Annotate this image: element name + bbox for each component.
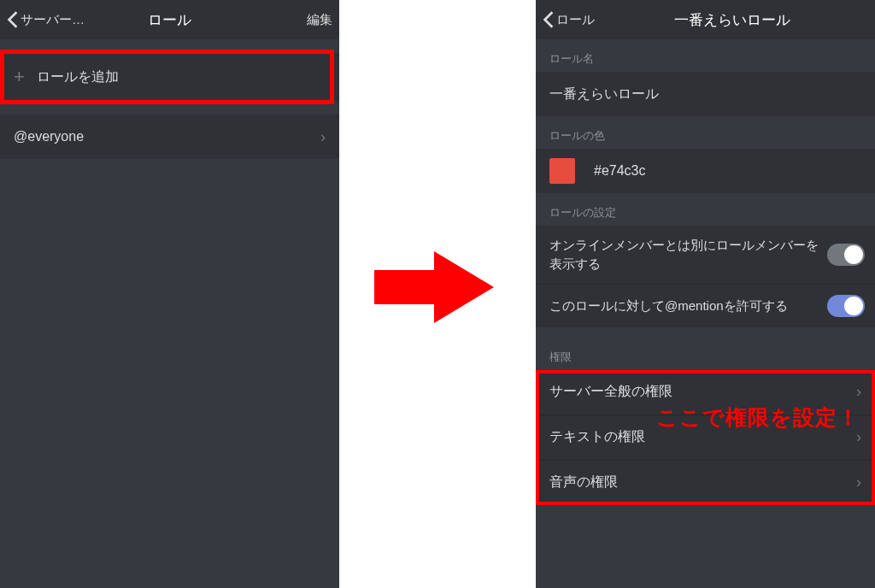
color-swatch <box>549 158 575 184</box>
everyone-label: @everyone <box>14 129 84 144</box>
arrow-icon <box>374 244 494 330</box>
svg-marker-0 <box>374 251 494 323</box>
role-color-value: #e74c3c <box>594 163 646 179</box>
everyone-role-row[interactable]: @everyone › <box>0 115 339 159</box>
chevron-right-icon: › <box>856 473 861 491</box>
edit-button[interactable]: 編集 <box>307 12 332 28</box>
page-title: ロール <box>148 10 191 30</box>
back-button[interactable]: ロール <box>543 10 595 29</box>
role-name-value: 一番えらいロール <box>549 85 659 103</box>
left-header: サーバー… ロール 編集 <box>0 0 339 39</box>
display-separately-toggle[interactable] <box>827 244 865 266</box>
chevron-left-icon <box>543 10 555 29</box>
chevron-right-icon: › <box>856 383 861 401</box>
text-permissions-label: テキストの権限 <box>549 428 645 446</box>
role-name-section-label: ロール名 <box>536 39 875 72</box>
allow-mention-label: このロールに対して@mentionを許可する <box>549 297 827 315</box>
add-role-row-wrapper: + ロールを追加 <box>0 53 339 101</box>
right-header: ロール 一番えらいロール <box>536 0 875 39</box>
plus-icon: + <box>14 66 25 88</box>
role-name-row[interactable]: 一番えらいロール <box>536 72 875 116</box>
chevron-left-icon <box>7 10 19 29</box>
back-button[interactable]: サーバー… <box>7 10 85 29</box>
permissions-section-label: 権限 <box>536 327 875 370</box>
page-title: 一番えらいロール <box>674 10 790 30</box>
annotation-text: ここで権限を設定！ <box>656 403 860 432</box>
right-screen: ロール 一番えらいロール ロール名 一番えらいロール ロールの色 #e74c3c… <box>536 0 875 588</box>
permissions-group: サーバー全般の権限 › テキストの権限 › 音声の権限 › <box>536 370 875 505</box>
allow-mention-toggle[interactable] <box>827 295 865 317</box>
add-role-label: ロールを追加 <box>37 68 119 86</box>
role-color-row[interactable]: #e74c3c <box>536 149 875 193</box>
display-separately-label: オンラインメンバーとは別にロールメンバーを表示する <box>549 236 827 273</box>
add-role-button[interactable]: + ロールを追加 <box>0 53 339 101</box>
role-settings-section-label: ロールの設定 <box>536 193 875 226</box>
voice-permissions-label: 音声の権限 <box>549 473 618 491</box>
back-label: サーバー… <box>21 12 85 28</box>
voice-permissions-row[interactable]: 音声の権限 › <box>536 461 875 505</box>
left-screen: サーバー… ロール 編集 + ロールを追加 @everyone › <box>0 0 339 588</box>
back-label: ロール <box>556 12 595 28</box>
role-color-section-label: ロールの色 <box>536 116 875 149</box>
allow-mention-row[interactable]: このロールに対して@mentionを許可する <box>536 285 875 327</box>
chevron-right-icon: › <box>320 128 326 146</box>
server-permissions-label: サーバー全般の権限 <box>549 383 672 401</box>
display-separately-row[interactable]: オンラインメンバーとは別にロールメンバーを表示する <box>536 226 875 284</box>
